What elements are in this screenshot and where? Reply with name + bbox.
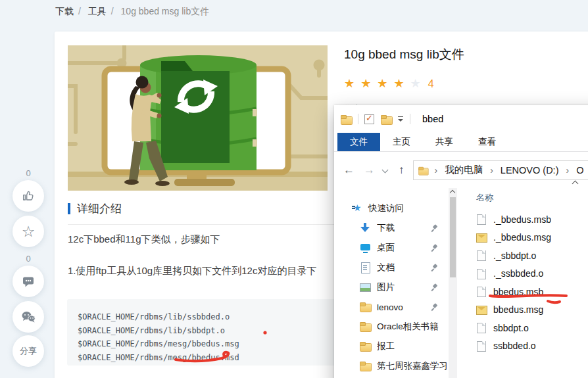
nav-item-icon bbox=[360, 282, 371, 293]
scrollbar-up-icon[interactable] bbox=[451, 190, 454, 194]
nav-pane-item[interactable]: 图片 bbox=[334, 277, 457, 297]
breadcrumb-separator: / bbox=[111, 6, 114, 16]
nav-pane-item[interactable]: 报工 bbox=[334, 337, 457, 356]
like-button[interactable] bbox=[12, 180, 44, 212]
star-icon bbox=[344, 77, 355, 90]
explorer-titlebar[interactable]: bbed bbox=[334, 105, 588, 133]
file-icon bbox=[476, 268, 487, 279]
forward-button[interactable] bbox=[364, 164, 375, 176]
explorer-body: 快速访问 下载 桌面 bbox=[334, 188, 588, 378]
wechat-icon bbox=[20, 310, 36, 324]
nav-item-label: lenovo bbox=[377, 302, 403, 312]
nav-pane-item[interactable]: lenovo bbox=[334, 297, 457, 317]
file-icon bbox=[476, 232, 487, 243]
ribbon-tab[interactable]: 文件 bbox=[337, 133, 380, 151]
file-row[interactable]: sbbdpt.o bbox=[476, 319, 588, 337]
scrollbar-thumb[interactable] bbox=[450, 197, 456, 277]
window-title: bbed bbox=[422, 114, 443, 124]
like-count: 0 bbox=[26, 168, 30, 179]
crumb-chevron-icon: › bbox=[435, 165, 438, 176]
star-icon bbox=[360, 77, 371, 90]
page-title: 10g bbed msg lib文件 bbox=[344, 46, 588, 63]
quick-access-icon bbox=[352, 203, 364, 214]
nav-pane-item[interactable]: 第七周张嘉鑫学习 bbox=[334, 356, 457, 376]
nav-item-label: 图片 bbox=[377, 281, 395, 293]
file-icon bbox=[476, 250, 487, 261]
file-icon bbox=[476, 304, 487, 316]
file-name: ._bbedus.msb bbox=[493, 214, 551, 225]
crumb-chevron-icon: › bbox=[566, 165, 569, 176]
star-row bbox=[344, 78, 427, 90]
explorer-navbar: ›我的电脑›LENOVO (D:)›O bbox=[334, 152, 588, 188]
favorite-button[interactable] bbox=[12, 216, 44, 247]
file-row[interactable]: bbedus.msg bbox=[476, 301, 588, 319]
quick-access-root[interactable]: 快速访问 bbox=[334, 199, 457, 218]
nav-pane-item[interactable]: 下载 bbox=[334, 218, 457, 238]
file-row[interactable]: ._ssbbded.o bbox=[476, 265, 588, 283]
nav-pane-item[interactable]: 桌面 bbox=[334, 238, 457, 258]
folder-icon bbox=[341, 114, 352, 124]
nav-item-icon bbox=[360, 262, 371, 273]
file-explorer-window: bbed 文件主页共享查看 ›我的电脑›LENOVO (D:)›O 快速访问 bbox=[334, 105, 588, 378]
section-accent-bar bbox=[68, 203, 70, 214]
breadcrumb-item[interactable]: 工具 bbox=[88, 6, 107, 16]
thumbs-up-icon bbox=[21, 189, 36, 203]
nav-item-label: 下载 bbox=[377, 222, 395, 234]
quick-access-label: 快速访问 bbox=[368, 202, 404, 214]
ribbon-tabs: 文件主页共享查看 bbox=[334, 133, 588, 152]
quick-access-list: 下载 桌面 文档 bbox=[334, 218, 457, 376]
back-button[interactable] bbox=[343, 164, 355, 176]
recent-locations-chevron-icon[interactable] bbox=[383, 169, 388, 174]
ribbon-tab[interactable]: 查看 bbox=[466, 133, 508, 151]
file-icon bbox=[476, 341, 487, 352]
pin-icon bbox=[431, 303, 439, 311]
nav-pane-item[interactable]: Oracle相关书籍 bbox=[334, 317, 457, 337]
breadcrumb: 下载/ 工具/ 10g bbed msg lib文件 bbox=[55, 6, 218, 18]
rating: 4 bbox=[344, 78, 588, 90]
file-name: ssbbded.o bbox=[493, 341, 536, 351]
crumb-chevron-icon: › bbox=[490, 165, 493, 176]
file-row[interactable]: ._sbbdpt.o bbox=[476, 247, 588, 265]
up-button[interactable] bbox=[399, 164, 404, 176]
address-bar[interactable]: ›我的电脑›LENOVO (D:)›O bbox=[413, 160, 588, 180]
star-icon bbox=[410, 77, 421, 90]
pin-icon bbox=[431, 224, 439, 232]
nav-item-label: Oracle相关书籍 bbox=[377, 321, 439, 333]
file-row[interactable]: bbedus.msb bbox=[476, 283, 588, 301]
qat-dropdown-caret-icon[interactable] bbox=[397, 116, 404, 122]
ribbon-tab[interactable]: 共享 bbox=[423, 133, 466, 151]
folder-icon[interactable] bbox=[381, 114, 392, 124]
file-name: sbbdpt.o bbox=[493, 323, 529, 333]
sync-folder bbox=[161, 61, 230, 163]
pin-icon bbox=[431, 264, 439, 272]
nav-item-icon bbox=[360, 321, 371, 332]
address-crumb[interactable]: LENOVO (D:) bbox=[499, 165, 560, 176]
file-list-pane: 名称 ._bbedus.msb ._bbedus.msg bbox=[457, 188, 588, 378]
breadcrumb-item[interactable]: 下载 bbox=[55, 6, 74, 16]
wechat-share-button[interactable] bbox=[12, 301, 44, 333]
nav-pane-scrollbar[interactable] bbox=[449, 188, 457, 378]
address-crumb[interactable]: 我的电脑 bbox=[443, 164, 484, 176]
nav-pane-item[interactable]: 文档 bbox=[334, 258, 457, 277]
file-list-scrollbar-up-icon[interactable] bbox=[572, 180, 579, 187]
file-row[interactable]: ssbbded.o bbox=[476, 337, 588, 356]
nav-item-label: 报工 bbox=[377, 341, 395, 352]
file-name: ._ssbbded.o bbox=[493, 268, 543, 279]
file-row[interactable]: ._bbedus.msg bbox=[476, 229, 588, 247]
star-icon bbox=[377, 77, 387, 90]
file-rows: ._bbedus.msb ._bbedus.msg ._sbbdpt.o bbox=[476, 210, 588, 355]
address-crumbs: ›我的电脑›LENOVO (D:)›O bbox=[429, 164, 585, 176]
address-crumb[interactable]: O bbox=[575, 165, 585, 176]
file-row[interactable]: ._bbedus.msb bbox=[476, 210, 588, 229]
nav-item-icon bbox=[360, 361, 371, 371]
share-button[interactable]: 分享 bbox=[12, 335, 44, 367]
checkbox-checked-icon[interactable] bbox=[364, 114, 374, 124]
ribbon-tab[interactable]: 主页 bbox=[380, 133, 423, 151]
file-name: bbedus.msb bbox=[493, 287, 543, 297]
file-icon bbox=[476, 214, 487, 225]
rating-value: 4 bbox=[428, 78, 434, 90]
breadcrumb-item[interactable]: 10g bbed msg lib文件 bbox=[121, 6, 210, 16]
nav-item-label: 桌面 bbox=[377, 242, 395, 254]
column-header-name[interactable]: 名称 bbox=[476, 192, 588, 204]
comment-button[interactable] bbox=[12, 266, 44, 297]
